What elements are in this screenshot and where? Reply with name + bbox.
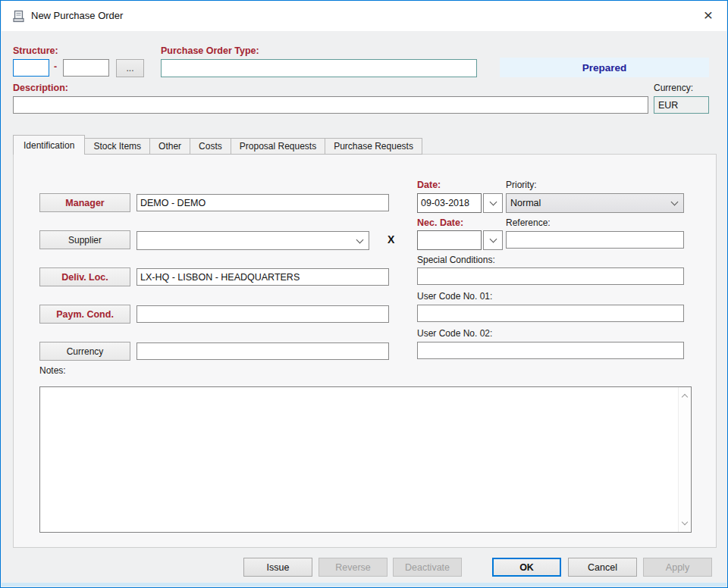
structure-dash: -	[54, 61, 57, 72]
notes-textarea[interactable]	[39, 386, 692, 533]
date-dropdown-button[interactable]	[483, 193, 503, 213]
supplier-select[interactable]	[136, 231, 369, 250]
chevron-down-icon	[671, 199, 679, 206]
nec-date-dropdown-button[interactable]	[483, 230, 503, 250]
po-type-label: Purchase Order Type:	[161, 45, 259, 56]
user-code-01-input[interactable]	[417, 305, 684, 322]
status-text: Prepared	[582, 62, 627, 74]
scroll-up-icon[interactable]	[682, 394, 688, 400]
po-type-input[interactable]	[161, 59, 477, 77]
nec-date-input[interactable]	[417, 230, 482, 250]
tab-other[interactable]: Other	[150, 138, 190, 155]
paym-cond-input[interactable]	[136, 305, 389, 323]
currency-button[interactable]: Currency	[39, 342, 130, 361]
tab-purchase-requests[interactable]: Purchase Requests	[325, 138, 422, 155]
structure-number-input[interactable]	[63, 59, 109, 77]
manager-input[interactable]	[136, 194, 389, 211]
tab-strip: Identification Stock Items Other Costs P…	[13, 135, 422, 155]
special-conditions-input[interactable]	[417, 267, 684, 285]
purchase-order-icon	[12, 10, 25, 23]
user-code-02-label: User Code No. 02:	[417, 328, 492, 339]
issue-button[interactable]: Issue	[243, 558, 312, 577]
scroll-down-icon[interactable]	[682, 519, 688, 525]
supplier-button[interactable]: Supplier	[39, 230, 130, 249]
notes-scrollbar[interactable]	[678, 387, 691, 532]
paym-cond-button[interactable]: Paym. Cond.	[39, 305, 130, 324]
ok-button[interactable]: OK	[492, 558, 561, 577]
currency-value: EUR	[654, 96, 709, 114]
new-purchase-order-dialog: New Purchase Order × Structure: - ... Pu…	[0, 0, 728, 588]
user-code-01-label: User Code No. 01:	[417, 291, 492, 302]
date-input[interactable]	[417, 193, 482, 213]
structure-browse-button[interactable]: ...	[116, 59, 144, 77]
status-badge: Prepared	[500, 58, 709, 77]
identification-tab-panel: Manager Supplier X Deliv. Loc. Paym. Con…	[13, 154, 717, 548]
special-conditions-label: Special Conditions:	[417, 255, 495, 265]
chevron-down-icon	[356, 236, 364, 243]
reference-input[interactable]	[506, 231, 684, 249]
chevron-down-icon	[489, 236, 497, 243]
reference-label: Reference:	[506, 217, 551, 228]
supplier-clear-button[interactable]: X	[388, 233, 394, 246]
deactivate-button[interactable]: Deactivate	[393, 558, 462, 577]
nec-date-label: Nec. Date:	[417, 217, 463, 228]
tab-identification[interactable]: Identification	[13, 135, 85, 155]
notes-label: Notes:	[39, 365, 66, 376]
deliv-loc-button[interactable]: Deliv. Loc.	[39, 267, 130, 286]
date-label: Date:	[417, 180, 441, 190]
chevron-down-icon	[489, 199, 497, 206]
structure-code-input[interactable]	[13, 59, 49, 77]
window-bottom-edge	[2, 583, 726, 586]
tab-proposal-requests[interactable]: Proposal Requests	[231, 138, 325, 155]
structure-label: Structure:	[13, 45, 58, 56]
cancel-button[interactable]: Cancel	[568, 558, 637, 577]
close-icon: ×	[704, 6, 713, 24]
reverse-button[interactable]: Reverse	[318, 558, 388, 577]
currency-label: Currency:	[654, 83, 693, 93]
deliv-loc-input[interactable]	[136, 268, 389, 286]
window-title: New Purchase Order	[31, 10, 123, 21]
close-button[interactable]: ×	[692, 1, 725, 30]
user-code-02-input[interactable]	[417, 342, 684, 359]
description-label: Description:	[13, 83, 68, 93]
apply-button[interactable]: Apply	[643, 558, 712, 577]
tab-stock-items[interactable]: Stock Items	[85, 138, 150, 155]
title-bar: New Purchase Order ×	[2, 1, 726, 31]
currency-input[interactable]	[136, 342, 389, 360]
priority-label: Priority:	[506, 180, 537, 190]
tab-costs[interactable]: Costs	[190, 138, 231, 155]
manager-button[interactable]: Manager	[39, 193, 130, 212]
priority-select[interactable]: Normal	[506, 193, 684, 213]
description-input[interactable]	[13, 96, 648, 114]
